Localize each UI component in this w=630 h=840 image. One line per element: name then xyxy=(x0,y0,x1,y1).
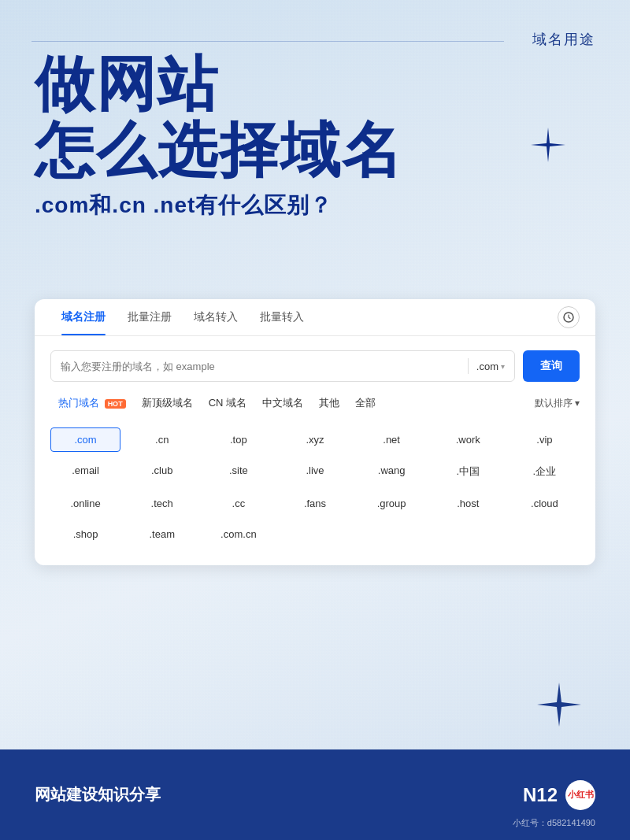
search-button[interactable]: 查询 xyxy=(523,350,580,382)
filter-tab-all[interactable]: 全部 xyxy=(347,393,384,413)
tab-bulk-transfer[interactable]: 批量转入 xyxy=(249,299,315,335)
domain-item-empty-3 xyxy=(433,522,503,546)
domain-row-0: .com .cn .top .xyz .net .work .vip xyxy=(50,427,580,452)
sparkle-icon-top-right xyxy=(529,126,567,172)
search-divider xyxy=(468,358,469,374)
domain-item-xyz[interactable]: .xyz xyxy=(280,427,350,452)
tab-domain-transfer[interactable]: 域名转入 xyxy=(183,299,249,335)
sort-label: 默认排序 xyxy=(535,397,573,410)
domain-item-fans[interactable]: .fans xyxy=(280,491,350,516)
tab-bar: 域名注册 批量注册 域名转入 批量转入 xyxy=(35,299,595,336)
domain-item-email[interactable]: .email xyxy=(50,458,120,485)
domain-row-1: .email .club .site .live .wang .中国 .企业 xyxy=(50,458,580,485)
tab-bulk-register[interactable]: 批量注册 xyxy=(117,299,183,335)
domain-item-top[interactable]: .top xyxy=(203,427,273,452)
page-wrapper: 域名用途 做网站 怎么选择域名 .com和.cn .net有什么区别？ 域名注册… xyxy=(0,0,630,840)
filter-tab-hot-label: 热门域名 xyxy=(58,397,99,409)
domain-item-enterprise[interactable]: .企业 xyxy=(510,458,580,485)
domain-item-cn[interactable]: .cn xyxy=(127,427,197,452)
filter-tab-other[interactable]: 其他 xyxy=(311,393,347,413)
domain-item-empty-1 xyxy=(280,522,350,546)
sort-button[interactable]: 默认排序 ▾ xyxy=(535,397,580,410)
sparkle-icon-bottom-right xyxy=(536,681,583,738)
search-tld-value: .com xyxy=(476,361,498,372)
hot-badge: HOT xyxy=(105,399,126,409)
domain-item-vip[interactable]: .vip xyxy=(510,427,580,452)
title-line2: 怎么选择域名 xyxy=(35,117,403,183)
bottom-brand-label: N12 xyxy=(523,784,558,806)
tabs-icon-button[interactable] xyxy=(558,306,580,328)
bottom-right-area: N12 小红书 xyxy=(523,780,595,810)
domain-item-work[interactable]: .work xyxy=(433,427,503,452)
search-input-wrapper[interactable]: .com ▾ xyxy=(50,350,515,382)
domain-row-2: .online .tech .cc .fans .group .host .cl… xyxy=(50,491,580,516)
domain-row-3: .shop .team .com.cn xyxy=(50,522,580,546)
search-input[interactable] xyxy=(61,361,460,372)
domain-item-team[interactable]: .team xyxy=(127,522,197,546)
hero-title-block: 做网站 怎么选择域名 .com和.cn .net有什么区别？ xyxy=(35,51,403,220)
top-divider-line xyxy=(32,41,504,42)
tab-domain-register[interactable]: 域名注册 xyxy=(50,299,117,335)
xiaohongshu-label: 小红书 xyxy=(568,789,594,801)
domain-item-club[interactable]: .club xyxy=(127,458,197,485)
filter-tab-bar: 热门域名 HOT 新顶级域名 CN 域名 中文域名 其他 全部 默认排序 ▾ xyxy=(35,393,595,421)
domain-item-online[interactable]: .online xyxy=(50,491,120,516)
bottom-bar: 网站建设知识分享 N12 小红书 小红号：d582141490 xyxy=(0,749,630,840)
registrar-card: 域名注册 批量注册 域名转入 批量转入 .com ▾ 查询 xyxy=(35,299,595,565)
domain-item-net[interactable]: .net xyxy=(357,427,427,452)
search-area: .com ▾ 查询 xyxy=(35,336,595,393)
domain-item-empty-4 xyxy=(510,522,580,546)
bottom-account: 小红号：d582141490 xyxy=(513,817,595,829)
domain-item-cc[interactable]: .cc xyxy=(203,491,273,516)
domain-item-shop[interactable]: .shop xyxy=(50,522,120,546)
domain-item-com[interactable]: .com xyxy=(50,427,120,452)
domain-item-tech[interactable]: .tech xyxy=(127,491,197,516)
domain-item-wang[interactable]: .wang xyxy=(357,458,427,485)
domain-item-china[interactable]: .中国 xyxy=(433,458,503,485)
chevron-down-icon: ▾ xyxy=(501,362,505,371)
xiaohongshu-badge: 小红书 xyxy=(565,780,595,810)
sort-chevron-icon: ▾ xyxy=(575,398,580,409)
subtitle: .com和.cn .net有什么区别？ xyxy=(35,191,403,220)
filter-tab-new-tld[interactable]: 新顶级域名 xyxy=(134,393,201,413)
domain-grid: .com .cn .top .xyz .net .work .vip .emai… xyxy=(35,421,595,565)
title-line1: 做网站 xyxy=(35,51,403,117)
domain-item-comcn[interactable]: .com.cn xyxy=(203,522,273,546)
filter-tab-cn[interactable]: CN 域名 xyxy=(201,393,254,413)
domain-item-cloud[interactable]: .cloud xyxy=(510,491,580,516)
domain-item-site[interactable]: .site xyxy=(203,458,273,485)
bottom-left-text: 网站建设知识分享 xyxy=(35,784,161,805)
domain-item-group[interactable]: .group xyxy=(357,491,427,516)
domain-item-host[interactable]: .host xyxy=(433,491,503,516)
domain-item-live[interactable]: .live xyxy=(280,458,350,485)
search-tld-selector[interactable]: .com ▾ xyxy=(476,361,505,372)
domain-purpose-label: 域名用途 xyxy=(532,30,595,49)
filter-tab-hot[interactable]: 热门域名 HOT xyxy=(50,393,134,413)
domain-item-empty-2 xyxy=(357,522,427,546)
filter-tab-chinese[interactable]: 中文域名 xyxy=(254,393,311,413)
